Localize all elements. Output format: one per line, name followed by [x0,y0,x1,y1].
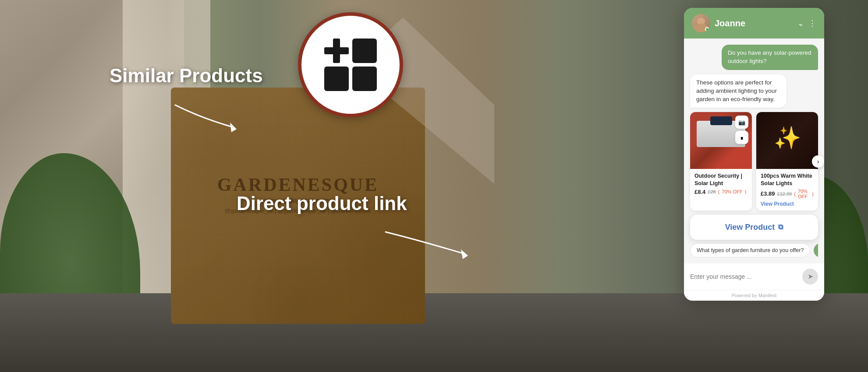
product-card-body-2: 100pcs Warm White Solar Lights £3.89 £12… [756,169,818,211]
product-qr-btn[interactable]: ∎ [735,131,748,144]
qr-plus-icon [324,39,349,63]
view-product-label: View Product [725,223,775,232]
bot-message-text: These options are perfect for adding amb… [690,74,787,108]
product-card-solar-light[interactable]: 📷 ∎ Outdoor Security | Solar Light £8.4 … [690,112,752,211]
suggestion-arrow[interactable]: > [814,243,818,257]
similar-products-label: Similar Products [110,65,263,87]
chat-footer: Powered by Manifest [684,290,824,301]
product-image-btn[interactable]: 📷 [735,116,748,129]
chat-widget: Joanne ⌄ ⋮ Do you have any solar-powered… [684,8,824,301]
price-original-2: £12.99 [777,191,792,197]
view-product-btn-small-2[interactable]: View Product [761,201,794,207]
bot-message-bubble: These options are perfect for adding amb… [690,74,818,108]
view-product-link[interactable]: View Product ⧉ [725,223,783,232]
brand-name: GARDENESQUE [217,174,379,195]
qr-square-2 [324,67,349,91]
product-card-body-1: Outdoor Security | Solar Light £8.4 £28 … [690,169,752,199]
user-message-bubble: Do you have any solar-powered outdoor li… [690,45,818,70]
price-discount-1: ( [718,189,720,194]
product-price-row-1: £8.4 £28 ( 70% OFF ) [694,189,748,195]
product-card-string-lights[interactable]: 100pcs Warm White Solar Lights £3.89 £12… [756,112,818,211]
direct-product-link-label: Direct product link [237,193,407,214]
price-discount-pct-2: 70% OFF [798,189,810,199]
price-discount-pct-1: 70% OFF [722,189,742,194]
external-link-icon: ⧉ [778,223,783,231]
products-row: 📷 ∎ Outdoor Security | Solar Light £8.4 … [690,112,818,211]
user-message-text: Do you have any solar-powered outdoor li… [722,45,818,70]
send-button[interactable]: ➤ [802,269,818,284]
product-title-2: 100pcs Warm White Solar Lights [761,172,814,187]
chat-header: Joanne ⌄ ⋮ [684,8,824,39]
product-price-row-2: £3.89 £12.99 ( 70% OFF ) [761,189,814,199]
price-discount-close-2: ) [812,191,814,197]
suggestion-chip[interactable]: What types of garden furniture do you of… [690,243,810,257]
qr-symbol [324,39,377,91]
product-overlay-buttons: 📷 ∎ [735,116,748,144]
price-original-1: £28 [708,189,716,194]
price-current-1: £8.4 [694,189,705,195]
string-lights-image [756,112,818,169]
minimize-button[interactable]: ⌄ [797,19,804,27]
qr-square-3 [352,67,377,91]
solar-light-image: 📷 ∎ [690,112,752,169]
price-discount-close-1: ) [744,189,746,194]
avatar [692,14,710,32]
agent-name: Joanne [715,18,793,28]
header-actions: ⌄ ⋮ [797,19,816,27]
ground [0,293,868,372]
view-product-popup: View Product ⧉ [690,215,818,240]
suggestions-row: What types of garden furniture do you of… [690,243,818,257]
price-discount-2: ( [794,191,796,197]
chat-input-area: ➤ [684,263,824,290]
chat-body: Do you have any solar-powered outdoor li… [684,39,824,263]
carousel-next-arrow[interactable]: › [812,155,824,168]
qr-code-circle [298,12,403,117]
chat-input[interactable] [690,273,798,280]
price-current-2: £3.89 [761,190,775,197]
product-title-1: Outdoor Security | Solar Light [694,172,748,187]
qr-square-1 [352,39,377,63]
more-options-button[interactable]: ⋮ [808,19,816,27]
online-indicator [705,27,709,32]
